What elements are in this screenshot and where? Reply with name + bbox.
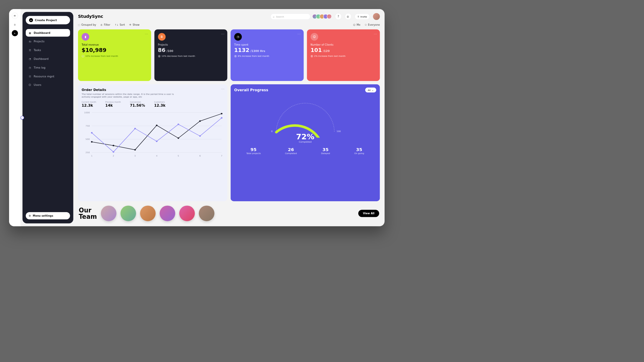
- progress-title: Overall Progress: [234, 88, 376, 92]
- svg-point-20: [199, 120, 201, 122]
- svg-point-18: [156, 124, 158, 126]
- order-chart: 25050075010001234567: [82, 111, 224, 158]
- expand-rail-icon[interactable]: ≡: [12, 13, 18, 19]
- gear-icon: ⚙: [29, 214, 31, 217]
- app-rail: ≡ ⌂ ＋: [9, 9, 21, 226]
- label: Show: [133, 23, 140, 26]
- svg-text:6: 6: [199, 155, 201, 157]
- svg-text:3: 3: [134, 155, 136, 157]
- more-icon[interactable]: ⋯: [374, 32, 377, 36]
- me-toggle[interactable]: ☺Me: [353, 23, 360, 26]
- team-avatar[interactable]: [160, 205, 175, 221]
- svg-text:7: 7: [221, 155, 223, 157]
- svg-text:1: 1: [91, 155, 93, 157]
- team-avatar[interactable]: [120, 205, 136, 221]
- team-avatar[interactable]: [140, 205, 156, 221]
- team-avatar[interactable]: [199, 205, 215, 221]
- chevron-down-icon: ⌄: [372, 89, 374, 91]
- revenue-icon: ▮: [82, 33, 89, 40]
- people-icon: ⚇: [365, 23, 367, 26]
- topbar-avatars[interactable]: [314, 14, 332, 19]
- arrow-up-icon: ↑: [82, 55, 84, 57]
- card-clients[interactable]: ⋯ ☺ Number of Clients 101/120 ↑2% increa…: [307, 29, 380, 81]
- sidebar-item-dashboard[interactable]: ▦ Dashboard: [26, 29, 70, 37]
- sidebar: ＋ Create Project ▦ Dashboard 🗀 Projects …: [22, 12, 73, 224]
- svg-point-19: [177, 137, 179, 139]
- metric-value: 71.56%: [130, 103, 145, 107]
- view-all-button[interactable]: View All: [358, 210, 379, 217]
- sort-icon: ↑↓: [115, 23, 119, 26]
- folder-icon: 🗀: [28, 40, 32, 43]
- stat-label: Number of Clients: [311, 43, 376, 46]
- stat-sub: /100: [167, 49, 173, 53]
- card-revenue[interactable]: ⋯ ▮ Total revenue $10,989 ↑10% increase …: [78, 29, 151, 81]
- sidebar-item-resource[interactable]: ☷ Resource mgnt: [26, 73, 70, 80]
- label: Sort: [120, 23, 125, 26]
- sidebar-item-projects[interactable]: 🗀 Projects: [26, 38, 70, 45]
- more-icon[interactable]: ⋯: [145, 32, 148, 36]
- more-icon[interactable]: ⋯: [221, 87, 225, 91]
- notification-icon[interactable]: 🕭: [345, 13, 351, 20]
- invite-button[interactable]: ⇪ Invite: [355, 14, 370, 20]
- team-section: Our Team View All: [78, 205, 380, 222]
- sidebar-item-dashboard-2[interactable]: ◔ Dashboard: [26, 55, 70, 63]
- grouped-by-control[interactable]: ⬚Grouped by: [78, 23, 96, 26]
- svg-point-23: [112, 151, 114, 153]
- stat-value: 86: [158, 47, 165, 53]
- stat-n: 35: [356, 147, 362, 152]
- svg-point-27: [199, 135, 201, 137]
- sidebar-item-tasks[interactable]: ☲ Tasks: [26, 47, 70, 54]
- svg-point-15: [91, 141, 93, 143]
- svg-point-16: [112, 145, 114, 146]
- stat-sub: /1300 Hrs: [250, 49, 265, 53]
- sidebar-item-timelog[interactable]: ◷ Time log: [26, 64, 70, 71]
- stat-delta: 8% increase from last month: [238, 55, 269, 57]
- svg-text:1000: 1000: [84, 112, 90, 114]
- card-projects[interactable]: ⋯ 🗎 Projects 86/100 ↓10% decrease from l…: [154, 29, 227, 81]
- create-project-button[interactable]: ＋ Create Project: [26, 16, 70, 24]
- svg-point-21: [221, 113, 222, 115]
- sidebar-item-label: Resource mgnt: [34, 75, 54, 78]
- metric-label: Conversion: [130, 101, 145, 103]
- card-time-spent[interactable]: ⋯ ◷ Time spent 1132/1300 Hrs ↑8% increas…: [231, 29, 304, 81]
- label: Grouped by: [81, 23, 96, 26]
- metric-label: Current month: [82, 101, 96, 103]
- gauge-icon: ◔: [28, 57, 32, 61]
- metric-label: Previous month: [105, 101, 121, 103]
- label: All: [368, 89, 371, 91]
- more-icon[interactable]: ⋯: [221, 32, 225, 36]
- sidebar-item-label: Time log: [34, 66, 46, 69]
- label: Filter: [104, 23, 110, 26]
- filter-control[interactable]: ⫛Filter: [100, 23, 110, 26]
- team-avatar[interactable]: [101, 205, 117, 221]
- plus-icon: ＋: [29, 18, 33, 22]
- brand-logo: StudySync: [78, 14, 103, 19]
- search-input[interactable]: ⌕ Search: [270, 14, 310, 20]
- order-desc: The total number of sessions within the …: [82, 93, 176, 98]
- current-user-avatar[interactable]: [373, 13, 380, 20]
- sidebar-item-label: Projects: [34, 40, 44, 43]
- stat-l: On going: [354, 152, 364, 154]
- show-control[interactable]: 👁Show: [129, 23, 139, 26]
- progress-filter[interactable]: All ⌄: [365, 88, 376, 92]
- user-icon: ☺: [353, 23, 356, 26]
- order-title: Order Details: [82, 88, 224, 92]
- everyone-toggle[interactable]: ⚇Everyone: [365, 23, 380, 26]
- add-icon[interactable]: ＋: [12, 30, 18, 36]
- stat-l: Completed: [285, 152, 297, 154]
- sort-control[interactable]: ↑↓Sort: [115, 23, 125, 26]
- arrow-up-icon: ↑: [234, 55, 237, 57]
- svg-text:0: 0: [271, 130, 273, 133]
- more-icon[interactable]: ⋯: [298, 32, 301, 36]
- home-icon[interactable]: ⌂: [12, 21, 18, 27]
- sidebar-item-users[interactable]: ☺ Users: [26, 81, 70, 89]
- help-icon[interactable]: ?: [335, 13, 342, 20]
- menu-settings-button[interactable]: ⚙ Menu settings: [26, 212, 70, 219]
- svg-point-17: [134, 149, 136, 150]
- search-placeholder: Search: [276, 15, 284, 18]
- stat-n: 95: [251, 147, 257, 152]
- team-avatar[interactable]: [179, 205, 195, 221]
- sidebar-resize-handle[interactable]: [21, 116, 24, 119]
- metric-value: 14k: [105, 103, 121, 107]
- sidebar-item-label: Users: [34, 83, 41, 87]
